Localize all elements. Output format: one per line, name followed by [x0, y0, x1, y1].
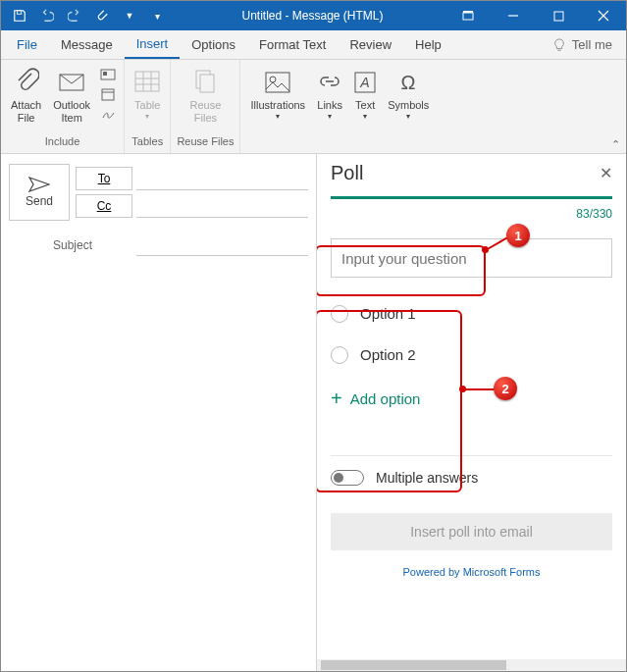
radio-icon[interactable]: [331, 346, 348, 364]
group-overflow: Illustrations▾ Links▾ A Text▾ Ω Symbols▾: [240, 60, 439, 153]
table-button[interactable]: Table▾: [131, 64, 164, 124]
window-title: Untitled - Message (HTML): [180, 9, 445, 23]
cc-field[interactable]: [136, 194, 308, 218]
link-icon: [317, 72, 342, 93]
signature-icon[interactable]: [98, 105, 118, 123]
tab-format-text[interactable]: Format Text: [247, 30, 338, 59]
svg-rect-13: [135, 72, 159, 91]
multiple-answers-label: Multiple answers: [376, 470, 478, 486]
powered-by-link[interactable]: Powered by Microsoft Forms: [331, 566, 612, 578]
tab-options[interactable]: Options: [180, 30, 247, 59]
poll-pane: Poll ✕ 83/330 + Add: [317, 154, 626, 671]
multiple-answers-toggle[interactable]: [331, 470, 364, 486]
send-label: Send: [26, 194, 53, 208]
message-area: Send To Cc Subject: [1, 154, 317, 671]
symbols-button[interactable]: Ω Symbols▾: [384, 64, 433, 124]
to-field[interactable]: [136, 167, 308, 190]
svg-rect-20: [266, 73, 289, 92]
redo-icon[interactable]: [62, 3, 87, 28]
multiple-answers-row: Multiple answers: [331, 470, 612, 486]
compose-area: Send To Cc Subject Po: [1, 154, 626, 671]
window-popup-icon[interactable]: [445, 1, 491, 30]
window-controls: [445, 1, 626, 30]
tab-message[interactable]: Message: [49, 30, 125, 59]
qat-customize-icon[interactable]: ▾: [144, 3, 170, 28]
group-label-tables: Tables: [131, 135, 163, 151]
option-2-input[interactable]: [360, 346, 478, 364]
tab-review[interactable]: Review: [338, 30, 403, 59]
tell-me[interactable]: Tell me: [543, 37, 622, 52]
tell-me-label: Tell me: [572, 37, 612, 52]
table-icon: [134, 71, 160, 94]
save-icon[interactable]: [7, 3, 32, 28]
divider: [331, 455, 612, 456]
option-row: [331, 305, 612, 323]
char-counter: 83/330: [576, 207, 612, 221]
add-option-button[interactable]: + Add option: [331, 388, 612, 410]
poll-close-icon[interactable]: ✕: [600, 164, 612, 182]
undo-icon[interactable]: [34, 3, 60, 28]
group-reuse-files: Reuse Files Reuse Files: [171, 60, 240, 153]
subject-label: Subject: [9, 238, 136, 252]
attach-file-button[interactable]: Attach File: [7, 64, 45, 127]
qat-dropdown-icon[interactable]: ▼: [117, 3, 142, 28]
text-button[interactable]: A Text▾: [350, 64, 380, 124]
ribbon-tabs: File Message Insert Options Format Text …: [1, 30, 626, 60]
send-icon: [28, 177, 50, 192]
quick-access-toolbar: ▼ ▾: [1, 3, 170, 28]
option-1-input[interactable]: [360, 305, 478, 323]
svg-rect-2: [463, 11, 473, 13]
group-tables: Table▾ Tables: [125, 60, 171, 153]
plus-icon: +: [331, 388, 342, 410]
reuse-files-button[interactable]: Reuse Files: [186, 64, 226, 127]
svg-rect-19: [200, 75, 214, 92]
picture-icon: [265, 72, 290, 93]
reuse-files-icon: [193, 70, 217, 95]
illustrations-button[interactable]: Illustrations▾: [246, 64, 309, 124]
close-icon[interactable]: [581, 1, 626, 30]
svg-rect-1: [463, 13, 473, 20]
calendar-icon[interactable]: [98, 85, 118, 103]
omega-icon: Ω: [396, 72, 420, 93]
tab-help[interactable]: Help: [403, 30, 453, 59]
radio-icon[interactable]: [331, 305, 348, 323]
collapse-ribbon-icon[interactable]: ⌃: [611, 138, 620, 151]
title-bar: ▼ ▾ Untitled - Message (HTML): [1, 1, 626, 30]
horizontal-scrollbar[interactable]: [317, 659, 626, 671]
include-small-buttons: [98, 64, 118, 123]
add-option-label: Add option: [350, 390, 421, 407]
svg-rect-4: [554, 12, 563, 21]
paperclip-icon: [14, 68, 39, 97]
tab-insert[interactable]: Insert: [125, 30, 181, 59]
group-label-reuse: Reuse Files: [177, 135, 234, 151]
poll-title: Poll: [331, 162, 363, 184]
svg-text:A: A: [359, 75, 369, 90]
to-button[interactable]: To: [76, 167, 132, 190]
bulb-icon: [552, 38, 566, 52]
subject-field[interactable]: [136, 234, 308, 256]
group-label-include: Include: [45, 135, 79, 151]
svg-point-21: [270, 77, 276, 82]
svg-rect-11: [102, 89, 114, 100]
business-card-icon[interactable]: [98, 66, 118, 83]
text-icon: A: [354, 72, 376, 93]
ribbon: Attach File Outlook Item Include Table▾ …: [1, 60, 626, 154]
tab-file[interactable]: File: [5, 30, 49, 59]
option-row: [331, 346, 612, 364]
group-include: Attach File Outlook Item Include: [1, 60, 125, 153]
maximize-icon[interactable]: [536, 1, 581, 30]
envelope-icon: [59, 72, 84, 93]
question-input[interactable]: [331, 238, 612, 278]
minimize-icon[interactable]: [491, 1, 536, 30]
poll-body: 83/330 + Add option: [317, 190, 626, 659]
cc-button[interactable]: Cc: [76, 194, 132, 218]
send-button[interactable]: Send: [9, 164, 70, 221]
insert-poll-button[interactable]: Insert poll into email: [331, 513, 612, 550]
outlook-item-button[interactable]: Outlook Item: [49, 64, 94, 127]
svg-text:Ω: Ω: [401, 72, 416, 93]
attach-icon[interactable]: [89, 3, 115, 28]
svg-rect-10: [103, 72, 107, 76]
message-body[interactable]: [1, 260, 316, 671]
links-button[interactable]: Links▾: [313, 64, 346, 124]
